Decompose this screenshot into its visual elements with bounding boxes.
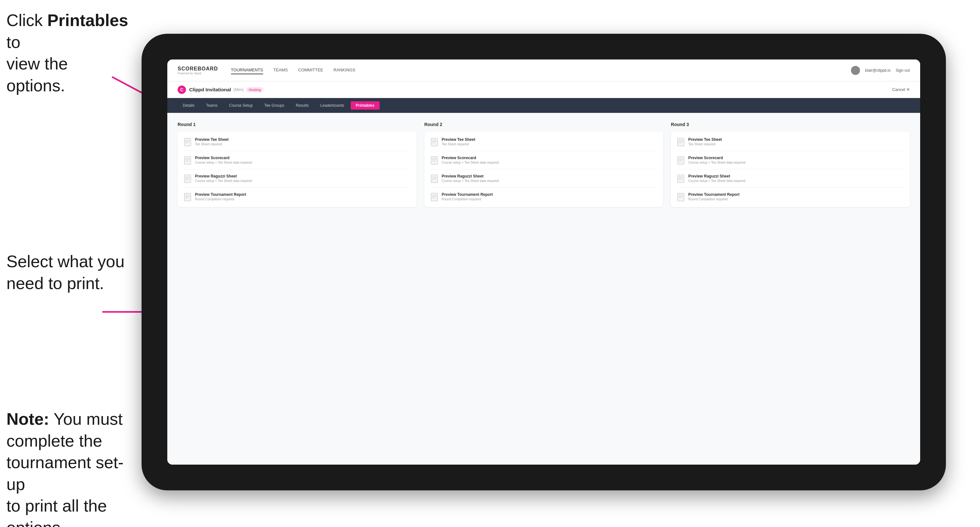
instruction-bottom: Note: You mustcomplete thetournament set… (6, 408, 129, 527)
tournament-name: Clippd Invitational (189, 87, 231, 92)
round-2-title: Round 2 (424, 122, 663, 127)
sign-out-link[interactable]: Sign out (896, 68, 910, 73)
top-nav-right: blair@clippd.io Sign out (851, 66, 910, 75)
tournament-logo: C (178, 86, 186, 94)
instruction-middle-text: Select what youneed to print. (6, 252, 124, 293)
round-3-raguzzi-sublabel: Course setup + Tee Sheet data required (688, 179, 745, 183)
instruction-middle: Select what youneed to print. (6, 251, 129, 294)
round-1-tee-sheet-sublabel: Tee Sheet required (195, 143, 229, 146)
round-3-tournament-report-label: Preview Tournament Report (688, 192, 739, 197)
tab-details[interactable]: Details (178, 101, 200, 110)
svg-rect-32 (431, 193, 438, 201)
nav-link-tournaments[interactable]: TOURNAMENTS (231, 66, 263, 74)
round-1-tournament-report-sublabel: Round Completion required (195, 197, 246, 201)
tab-printables[interactable]: Printables (351, 101, 380, 110)
tablet-screen: SCOREBOARD Powered by clippd TOURNAMENTS… (167, 59, 920, 465)
round-2-raguzzi-sublabel: Course setup + Tee Sheet data required (442, 179, 499, 183)
round-2-tournament-report-label: Preview Tournament Report (442, 192, 493, 197)
nav-link-teams[interactable]: TEAMS (274, 66, 288, 74)
user-avatar (851, 66, 860, 75)
svg-rect-16 (185, 193, 191, 201)
tournament-report-icon-3 (677, 193, 684, 201)
tournament-logo-letter: C (180, 87, 183, 92)
tournament-report-icon (184, 193, 191, 201)
round-1-raguzzi-text: Preview Raguzzi Sheet Course setup + Tee… (195, 174, 252, 183)
round-1-tee-sheet-label: Preview Tee Sheet (195, 137, 229, 142)
top-nav: SCOREBOARD Powered by clippd TOURNAMENTS… (167, 59, 920, 81)
round-3-scorecard-label: Preview Scorecard (688, 156, 745, 160)
raguzzi-icon (184, 175, 191, 183)
svg-rect-40 (678, 157, 684, 164)
nav-link-rankings[interactable]: RANKINGS (334, 66, 355, 74)
tee-sheet-icon-2 (431, 138, 438, 146)
round-3-tee-sheet[interactable]: Preview Tee Sheet Tee Sheet required (677, 137, 904, 146)
logo-area: SCOREBOARD Powered by clippd (178, 66, 218, 75)
scorecard-icon-2 (431, 156, 438, 165)
round-1-scorecard[interactable]: Preview Scorecard Course setup + Tee She… (184, 156, 410, 165)
round-1-scorecard-text: Preview Scorecard Course setup + Tee She… (195, 156, 252, 164)
logo-scoreboard: SCOREBOARD (178, 66, 218, 72)
cancel-button[interactable]: Cancel ✕ (892, 87, 910, 92)
round-1-raguzzi-label: Preview Raguzzi Sheet (195, 174, 252, 178)
svg-rect-28 (431, 175, 438, 183)
svg-rect-36 (678, 138, 684, 146)
round-2-tournament-report[interactable]: Preview Tournament Report Round Completi… (431, 192, 657, 201)
sub-tabs: Details Teams Course Setup Tee Groups Re… (167, 98, 920, 113)
main-content: Round 1 (167, 113, 920, 465)
tournament-gender: (Men) (234, 87, 243, 92)
round-1-raguzzi-sublabel: Course setup + Tee Sheet data required (195, 179, 252, 183)
instruction-bottom-text: Note: You mustcomplete thetournament set… (6, 410, 124, 527)
tab-leaderboards[interactable]: Leaderboards (315, 101, 349, 110)
round-3-title: Round 3 (671, 122, 910, 127)
svg-rect-24 (431, 157, 438, 164)
round-2-tee-sheet-label: Preview Tee Sheet (442, 137, 476, 142)
round-1-scorecard-sublabel: Course setup + Tee Sheet data required (195, 161, 252, 164)
printables-bold: Printables (47, 11, 128, 30)
tab-course-setup[interactable]: Course Setup (224, 101, 258, 110)
round-2-scorecard-label: Preview Scorecard (442, 156, 499, 160)
tee-sheet-icon (184, 138, 191, 146)
round-3-card: Preview Tee Sheet Tee Sheet required Pre… (671, 132, 910, 207)
round-2-scorecard[interactable]: Preview Scorecard Course setup + Tee She… (431, 156, 657, 165)
round-1-tournament-report-label: Preview Tournament Report (195, 192, 246, 197)
tab-tee-groups[interactable]: Tee Groups (259, 101, 289, 110)
round-1-tournament-report[interactable]: Preview Tournament Report Round Completi… (184, 192, 410, 201)
tab-results[interactable]: Results (291, 101, 314, 110)
round-2-tee-sheet[interactable]: Preview Tee Sheet Tee Sheet required (431, 137, 657, 146)
top-nav-links: TOURNAMENTS TEAMS COMMITTEE RANKINGS (231, 66, 851, 74)
divider (184, 169, 410, 170)
round-3-tournament-report-sublabel: Round Completion required (688, 197, 739, 201)
round-3-raguzzi[interactable]: Preview Raguzzi Sheet Course setup + Tee… (677, 174, 904, 183)
round-3-scorecard[interactable]: Preview Scorecard Course setup + Tee She… (677, 156, 904, 165)
round-2-tournament-report-sublabel: Round Completion required (442, 197, 493, 201)
svg-rect-48 (678, 193, 684, 201)
round-1-tournament-report-text: Preview Tournament Report Round Completi… (195, 192, 246, 201)
round-1-tee-sheet-text: Preview Tee Sheet Tee Sheet required (195, 137, 229, 146)
round-3-tournament-report[interactable]: Preview Tournament Report Round Completi… (677, 192, 904, 201)
round-3-tee-sheet-label: Preview Tee Sheet (688, 137, 722, 142)
user-email: blair@clippd.io (865, 68, 891, 73)
rounds-grid: Round 1 (178, 122, 910, 456)
round-3-raguzzi-label: Preview Raguzzi Sheet (688, 174, 745, 178)
round-1-raguzzi[interactable]: Preview Raguzzi Sheet Course setup + Tee… (184, 174, 410, 183)
svg-rect-12 (185, 175, 191, 183)
round-3-column: Round 3 Preview Tee Sheet Tee Sheet requ… (671, 122, 910, 456)
round-2-column: Round 2 Preview Tee Sheet Tee Sheet requ… (424, 122, 663, 456)
round-2-raguzzi[interactable]: Preview Raguzzi Sheet Course setup + Tee… (431, 174, 657, 183)
round-2-raguzzi-label: Preview Raguzzi Sheet (442, 174, 499, 178)
tournament-status: Hosting (246, 87, 263, 92)
round-2-tee-sheet-sublabel: Tee Sheet required (442, 143, 476, 146)
raguzzi-icon-3 (677, 175, 684, 183)
tee-sheet-icon-3 (677, 138, 684, 146)
round-2-scorecard-sublabel: Course setup + Tee Sheet data required (442, 161, 499, 164)
round-3-scorecard-sublabel: Course setup + Tee Sheet data required (688, 161, 745, 164)
nav-link-committee[interactable]: COMMITTEE (298, 66, 323, 74)
round-1-tee-sheet[interactable]: Preview Tee Sheet Tee Sheet required (184, 137, 410, 146)
tournament-report-icon-2 (431, 193, 438, 201)
round-3-tee-sheet-sublabel: Tee Sheet required (688, 143, 722, 146)
round-2-card: Preview Tee Sheet Tee Sheet required Pre… (424, 132, 663, 207)
svg-rect-8 (185, 157, 191, 164)
svg-rect-44 (678, 175, 684, 183)
logo-sub: Powered by clippd (178, 72, 218, 75)
tab-teams[interactable]: Teams (201, 101, 223, 110)
